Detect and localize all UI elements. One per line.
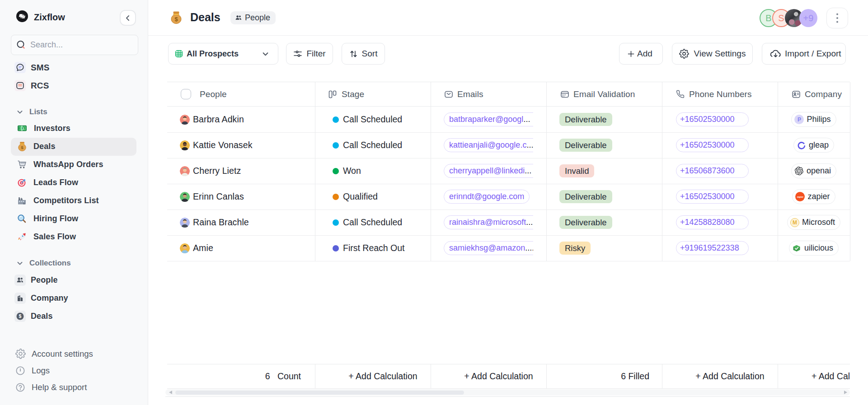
svg-text:$: $ xyxy=(19,313,22,319)
svg-text:$: $ xyxy=(22,127,24,130)
svg-text:$: $ xyxy=(21,145,23,150)
svg-text:$: $ xyxy=(174,16,178,23)
